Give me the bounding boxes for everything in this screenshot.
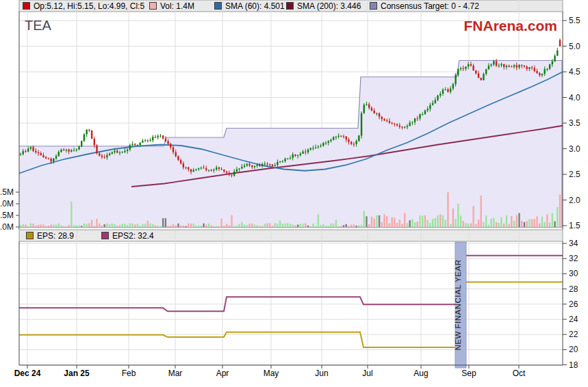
svg-text:Dec 24: Dec 24 [14, 369, 41, 378]
svg-text:4.0: 4.0 [569, 93, 580, 103]
svg-text:32: 32 [569, 254, 578, 263]
svg-text:Apr: Apr [216, 369, 229, 378]
new-financial-year-label: NEW FINANCIAL YEAR [454, 260, 462, 351]
svg-text:4.5: 4.5 [569, 67, 580, 77]
svg-text:Feb: Feb [122, 369, 136, 378]
svg-text:May: May [264, 369, 279, 378]
svg-text:5.0: 5.0 [569, 42, 580, 51]
svg-text:34: 34 [569, 239, 578, 248]
svg-text:30: 30 [569, 269, 578, 278]
svg-text:18: 18 [569, 360, 578, 370]
ticker-label: TEA [25, 18, 52, 33]
svg-text:1.5M: 1.5M [0, 187, 14, 197]
svg-text:22: 22 [569, 330, 578, 339]
svg-text:3.5: 3.5 [569, 118, 580, 128]
svg-text:3.0: 3.0 [569, 144, 580, 154]
svg-text:Mar: Mar [168, 369, 183, 378]
svg-text:0.0M: 0.0M [0, 222, 14, 232]
svg-text:Sep: Sep [461, 369, 476, 378]
svg-text:1.5: 1.5 [569, 221, 580, 230]
svg-text:Jul: Jul [362, 369, 372, 378]
svg-text:Aug: Aug [413, 369, 428, 378]
svg-text:28: 28 [569, 284, 578, 294]
svg-text:1.0M: 1.0M [0, 199, 14, 209]
svg-text:26: 26 [569, 299, 578, 309]
generated-chart-layers: 5.55.04.54.03.53.02.52.01.51.5M1.0M0.5M0… [0, 0, 580, 378]
svg-text:Oct: Oct [513, 369, 526, 378]
svg-text:5.5: 5.5 [569, 16, 580, 25]
fnarena-watermark: FNArena.com [463, 18, 557, 34]
svg-text:2.5: 2.5 [569, 170, 580, 179]
svg-text:Jun: Jun [315, 369, 328, 378]
svg-text:Jan 25: Jan 25 [64, 369, 90, 378]
svg-text:24: 24 [569, 315, 578, 324]
fnarena-stock-chart: 5.55.04.54.03.53.02.52.01.51.5M1.0M0.5M0… [0, 0, 588, 387]
svg-text:2.0: 2.0 [569, 196, 580, 205]
svg-text:20: 20 [569, 345, 578, 354]
svg-text:0.5M: 0.5M [0, 211, 14, 220]
chart-canvas: 5.55.04.54.03.53.02.52.01.51.5M1.0M0.5M0… [0, 0, 588, 387]
